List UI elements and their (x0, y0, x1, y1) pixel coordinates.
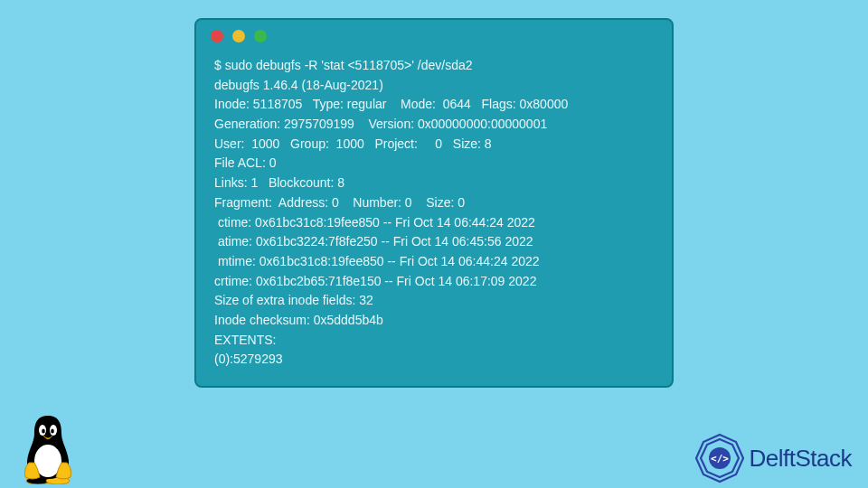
terminal-line: mtime: 0x61bc31c8:19fee850 -- Fri Oct 14… (214, 252, 654, 272)
brand-name: DelftStack (750, 445, 853, 473)
brand-logo-area: </> DelftStack (693, 432, 853, 484)
close-icon[interactable] (211, 30, 223, 42)
terminal-line: atime: 0x61bc3224:7f8fe250 -- Fri Oct 14… (214, 232, 654, 252)
svg-text:</>: </> (711, 453, 729, 465)
linux-tux-icon (16, 407, 80, 484)
svg-point-6 (51, 429, 54, 434)
terminal-line: File ACL: 0 (214, 154, 654, 174)
terminal-line: $ sudo debugfs -R 'stat <5118705>' /dev/… (214, 56, 654, 76)
terminal-line: Inode checksum: 0x5ddd5b4b (214, 311, 654, 331)
terminal-line: debugfs 1.46.4 (18-Aug-2021) (214, 76, 654, 96)
terminal-window: $ sudo debugfs -R 'stat <5118705>' /dev/… (194, 18, 674, 388)
terminal-line: crtime: 0x61bc2b65:71f8e150 -- Fri Oct 1… (214, 272, 654, 292)
svg-point-5 (42, 429, 45, 434)
terminal-line: (0):5279293 (214, 350, 654, 370)
terminal-line: User: 1000 Group: 1000 Project: 0 Size: … (214, 135, 654, 155)
terminal-line: ctime: 0x61bc31c8:19fee850 -- Fri Oct 14… (214, 213, 654, 233)
terminal-line: Size of extra inode fields: 32 (214, 291, 654, 311)
maximize-icon[interactable] (254, 30, 267, 42)
window-titlebar (196, 20, 672, 52)
terminal-line: Links: 1 Blockcount: 8 (214, 174, 654, 193)
minimize-icon[interactable] (232, 30, 245, 42)
delftstack-logo-icon: </> (693, 432, 746, 484)
terminal-line: EXTENTS: (214, 331, 654, 351)
terminal-line: Generation: 2975709199 Version: 0x000000… (214, 115, 654, 135)
terminal-output: $ sudo debugfs -R 'stat <5118705>' /dev/… (196, 52, 672, 375)
terminal-line: Inode: 5118705 Type: regular Mode: 0644 … (214, 95, 654, 115)
terminal-line: Fragment: Address: 0 Number: 0 Size: 0 (214, 193, 654, 213)
